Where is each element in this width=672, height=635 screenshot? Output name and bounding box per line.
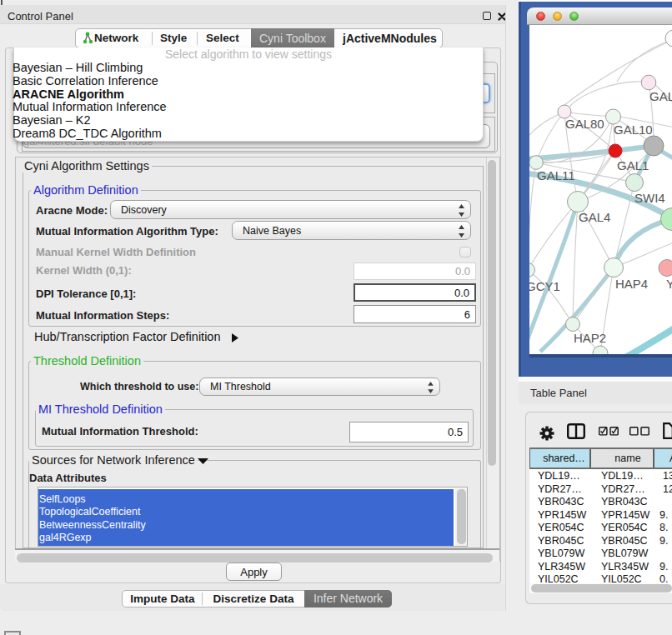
svg-text:GAL4: GAL4 <box>579 210 610 224</box>
svg-text:GAL10: GAL10 <box>614 122 653 137</box>
svg-text:GAL11: GAL11 <box>537 168 575 182</box>
svg-text:YJ: YJ <box>666 277 672 291</box>
svg-text:GAL1: GAL1 <box>617 158 649 172</box>
svg-text:GCY1: GCY1 <box>529 279 560 293</box>
svg-text:HAP4: HAP4 <box>615 277 648 291</box>
svg-text:SWI4: SWI4 <box>634 191 665 205</box>
svg-text:GAL80: GAL80 <box>565 117 604 131</box>
svg-text:HAP2: HAP2 <box>574 331 606 345</box>
svg-text:GAL2: GAL2 <box>649 89 672 103</box>
